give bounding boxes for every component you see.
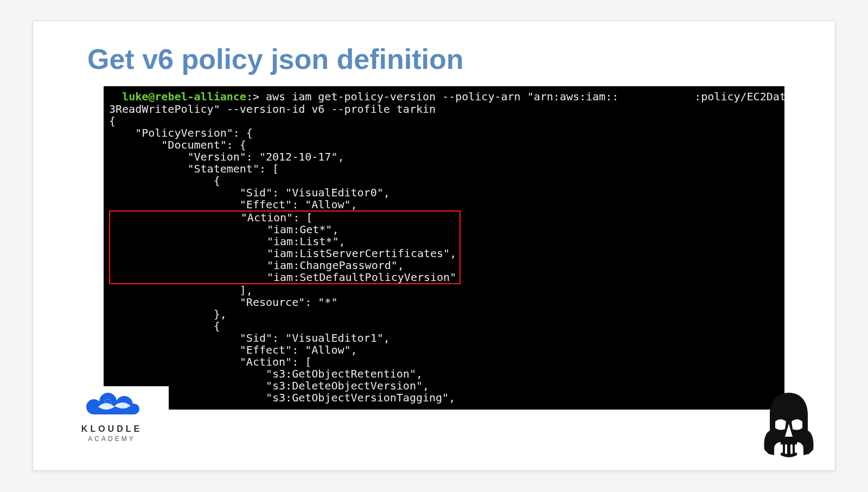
redacted-account-id (618, 93, 694, 103)
json-before: { "PolicyVersion": { "Document": { "Vers… (109, 114, 390, 211)
highlighted-actions-box: "Action": [ "iam:Get*", "iam:List*", "ia… (109, 210, 461, 284)
logo-name: KLOUDLE (55, 424, 169, 434)
vader-icon (759, 390, 819, 461)
prompt-user: luke@rebel-alliance (122, 90, 246, 103)
cmd-part1: aws iam get-policy-version --policy-arn … (266, 90, 618, 103)
svg-rect-8 (781, 444, 783, 453)
kloudle-logo-block: KLOUDLE ACADEMY (55, 386, 169, 457)
logo-sub: ACADEMY (55, 435, 169, 443)
svg-rect-9 (785, 444, 787, 454)
svg-rect-11 (795, 444, 797, 453)
svg-rect-10 (790, 444, 793, 454)
prompt-suffix: :> (246, 90, 266, 103)
slide: Get v6 policy json definition luke@rebel… (33, 21, 835, 471)
json-highlight: "Action": [ "iam:Get*", "iam:List*", "ia… (110, 211, 456, 284)
kloudle-cloud-icon (82, 391, 142, 418)
terminal-line-prompt: luke@rebel-alliance:> aws iam get-policy… (109, 90, 784, 103)
cmd-line2: 3ReadWritePolicy" --version-id v6 --prof… (109, 103, 436, 116)
terminal-window: luke@rebel-alliance:> aws iam get-policy… (104, 86, 784, 410)
cmd-part2: :policy/EC2DataS (694, 90, 784, 103)
svg-rect-4 (94, 407, 134, 414)
slide-title: Get v6 policy json definition (87, 43, 802, 75)
